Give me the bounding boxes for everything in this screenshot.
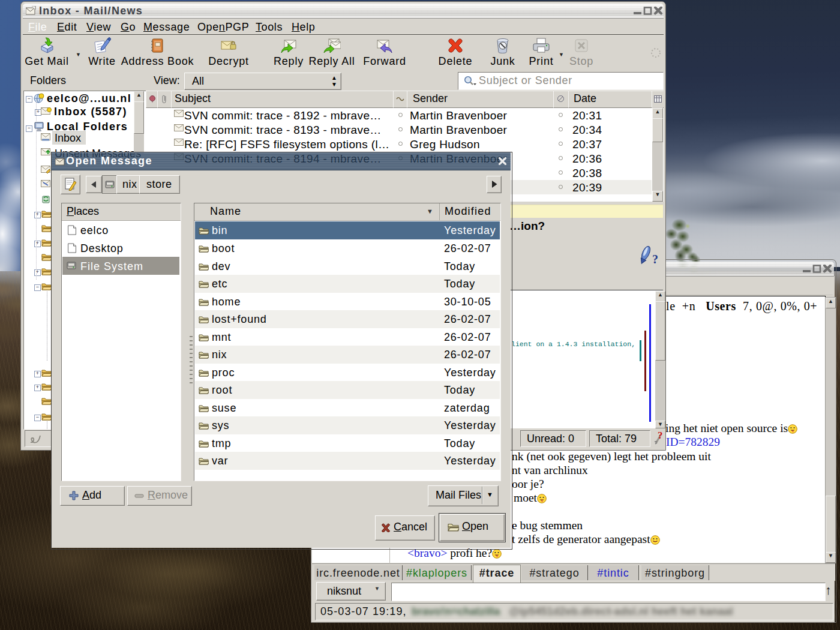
svg-text:?: ? [658,430,663,441]
svg-text:?: ? [652,253,658,266]
